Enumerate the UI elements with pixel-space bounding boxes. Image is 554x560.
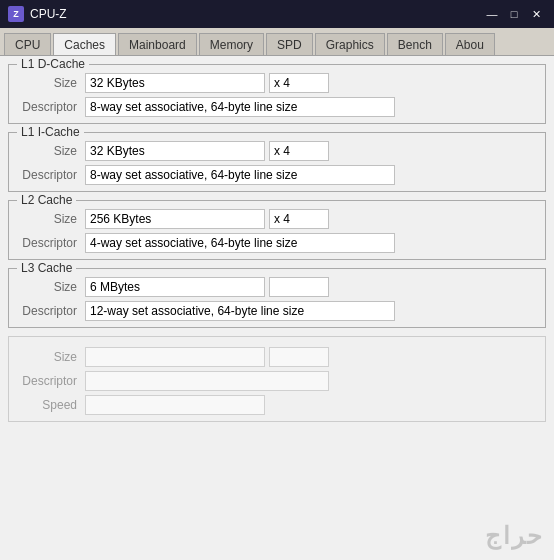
l1i-descriptor-row: Descriptor 8-way set associative, 64-byt… <box>15 165 539 185</box>
maximize-button[interactable]: □ <box>504 6 524 22</box>
l3-descriptor-label: Descriptor <box>15 304 85 318</box>
tab-bench[interactable]: Bench <box>387 33 443 55</box>
l3-size-multiplier <box>269 277 329 297</box>
empty-descriptor-label: Descriptor <box>15 374 85 388</box>
l2-cache-group: L2 Cache Size 256 KBytes x 4 Descriptor … <box>8 200 546 260</box>
l1d-cache-title: L1 D-Cache <box>17 57 89 71</box>
l1i-cache-group: L1 I-Cache Size 32 KBytes x 4 Descriptor… <box>8 132 546 192</box>
watermark: حراج <box>485 522 544 550</box>
empty-speed-label: Speed <box>15 398 85 412</box>
app-icon: Z <box>8 6 24 22</box>
l1d-size-row: Size 32 KBytes x 4 <box>15 73 539 93</box>
l1d-size-value: 32 KBytes <box>85 73 265 93</box>
l1i-descriptor-value: 8-way set associative, 64-byte line size <box>85 165 395 185</box>
tab-cpu[interactable]: CPU <box>4 33 51 55</box>
title-bar: Z CPU-Z — □ ✕ <box>0 0 554 28</box>
l3-cache-title: L3 Cache <box>17 261 76 275</box>
close-button[interactable]: ✕ <box>526 6 546 22</box>
window-controls: — □ ✕ <box>482 6 546 22</box>
minimize-button[interactable]: — <box>482 6 502 22</box>
l1d-descriptor-value: 8-way set associative, 64-byte line size <box>85 97 395 117</box>
empty-size-row: Size <box>15 347 539 367</box>
l1d-size-multiplier: x 4 <box>269 73 329 93</box>
empty-speed-row: Speed <box>15 395 539 415</box>
l2-size-row: Size 256 KBytes x 4 <box>15 209 539 229</box>
l3-descriptor-row: Descriptor 12-way set associative, 64-by… <box>15 301 539 321</box>
l1i-cache-title: L1 I-Cache <box>17 125 84 139</box>
l1d-descriptor-label: Descriptor <box>15 100 85 114</box>
l1i-size-value: 32 KBytes <box>85 141 265 161</box>
l1i-size-label: Size <box>15 144 85 158</box>
empty-speed-value <box>85 395 265 415</box>
empty-cache-group: Size Descriptor Speed <box>8 336 546 422</box>
l2-descriptor-row: Descriptor 4-way set associative, 64-byt… <box>15 233 539 253</box>
app-title: CPU-Z <box>30 7 67 21</box>
l2-size-label: Size <box>15 212 85 226</box>
tab-about[interactable]: Abou <box>445 33 495 55</box>
l2-cache-title: L2 Cache <box>17 193 76 207</box>
empty-descriptor-row: Descriptor <box>15 371 539 391</box>
tab-mainboard[interactable]: Mainboard <box>118 33 197 55</box>
empty-size-value <box>85 347 265 367</box>
l1d-size-label: Size <box>15 76 85 90</box>
empty-descriptor-value <box>85 371 329 391</box>
tab-memory[interactable]: Memory <box>199 33 264 55</box>
l1d-cache-group: L1 D-Cache Size 32 KBytes x 4 Descriptor… <box>8 64 546 124</box>
empty-size-multiplier <box>269 347 329 367</box>
l2-size-value: 256 KBytes <box>85 209 265 229</box>
tab-spd[interactable]: SPD <box>266 33 313 55</box>
main-content: L1 D-Cache Size 32 KBytes x 4 Descriptor… <box>0 56 554 560</box>
l2-descriptor-value: 4-way set associative, 64-byte line size <box>85 233 395 253</box>
l2-descriptor-label: Descriptor <box>15 236 85 250</box>
tab-bar: CPU Caches Mainboard Memory SPD Graphics… <box>0 28 554 56</box>
l1i-descriptor-label: Descriptor <box>15 168 85 182</box>
l1i-size-multiplier: x 4 <box>269 141 329 161</box>
l1d-descriptor-row: Descriptor 8-way set associative, 64-byt… <box>15 97 539 117</box>
l3-size-row: Size 6 MBytes <box>15 277 539 297</box>
l3-size-label: Size <box>15 280 85 294</box>
tab-caches[interactable]: Caches <box>53 33 116 55</box>
empty-size-label: Size <box>15 350 85 364</box>
tab-graphics[interactable]: Graphics <box>315 33 385 55</box>
l1i-size-row: Size 32 KBytes x 4 <box>15 141 539 161</box>
l3-size-value: 6 MBytes <box>85 277 265 297</box>
l3-descriptor-value: 12-way set associative, 64-byte line siz… <box>85 301 395 321</box>
l3-cache-group: L3 Cache Size 6 MBytes Descriptor 12-way… <box>8 268 546 328</box>
l2-size-multiplier: x 4 <box>269 209 329 229</box>
